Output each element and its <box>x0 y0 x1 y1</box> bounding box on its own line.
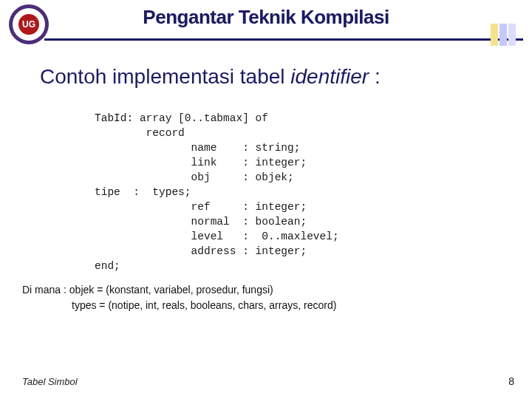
code-block: TabId: array [0..tabmax] of record name … <box>95 111 339 273</box>
note-line-2: types = (notipe, int, reals, booleans, c… <box>72 298 336 313</box>
header-divider <box>44 38 523 41</box>
header-accent-bars <box>491 24 516 46</box>
slide-header: UG Pengantar Teknik Kompilasi <box>0 0 532 56</box>
course-title: Pengantar Teknik Kompilasi <box>0 6 532 29</box>
note-line-1: objek = (konstant, variabel, prosedur, f… <box>69 284 273 296</box>
heading-suffix: : <box>369 65 381 88</box>
note-lead: Di mana : <box>22 284 66 296</box>
page-number: 8 <box>508 375 514 387</box>
slide-heading: Contoh implementasi tabel identifier : <box>40 65 381 89</box>
heading-italic: identifier <box>290 65 369 88</box>
definition-note: Di mana : objek = (konstant, variabel, p… <box>22 282 336 313</box>
heading-prefix: Contoh implementasi tabel <box>40 65 290 88</box>
footer-left-label: Tabel Simbol <box>22 376 78 387</box>
